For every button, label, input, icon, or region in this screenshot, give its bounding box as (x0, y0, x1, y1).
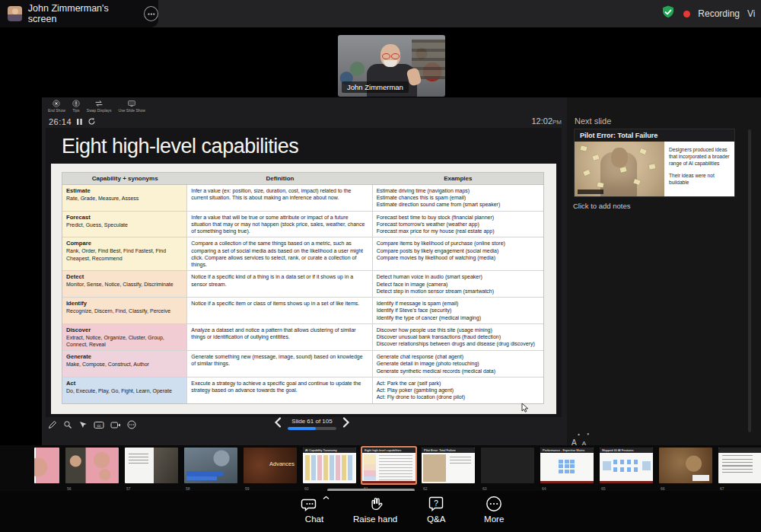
capability-name: Act (66, 380, 183, 387)
shared-screen-content: End Show Tips Swap Displays Use Slide Sh… (42, 97, 761, 445)
next-slide-label: Next slide (575, 116, 611, 126)
capability-examples: Forecast best time to buy stock (financi… (373, 212, 543, 237)
raise-hand-icon (368, 495, 383, 512)
capability-definition: Compare a collection of the same things … (187, 237, 372, 270)
next-slide-preview[interactable]: Pilot Error: Total Failure Designers pro… (575, 129, 734, 196)
table-header-row: Capability + synonyms Definition Example… (62, 173, 543, 185)
column-header: Definition (187, 173, 372, 184)
capability-definition: Infer a value (ex: position, size, durat… (187, 185, 372, 211)
capability-definition: Analyze a dataset and notice a pattern t… (187, 324, 372, 350)
end-show-button[interactable]: End Show (48, 100, 65, 113)
swap-displays-button[interactable]: Swap Displays (87, 100, 112, 113)
security-shield-icon[interactable] (661, 5, 676, 23)
previous-slide-button[interactable] (274, 417, 282, 431)
table-row: DetectMonitor, Sense, Notice, Classify, … (62, 271, 543, 298)
filmstrip-slide[interactable]: 63 (481, 448, 534, 491)
chat-button[interactable]: Chat (295, 495, 333, 524)
filmstrip: 56 57 58 Advances 59 AI Capability Taxon… (0, 445, 761, 491)
filmstrip-slide[interactable]: Performance - Expertise Matrix 64 (540, 448, 594, 491)
slide-body: Capability + synonyms Definition Example… (51, 164, 556, 414)
annotation-toolbar: cc (48, 420, 136, 429)
capability-name: Estimate (66, 187, 183, 195)
capability-name: Generate (66, 353, 183, 361)
slide-progress-bar[interactable] (288, 427, 336, 430)
qa-icon: ? (428, 495, 444, 512)
capability-synonyms: Predict, Guess, Speculate (66, 222, 128, 228)
more-icon (486, 495, 502, 512)
table-row: DiscoverExtract, Notice, Organize, Clust… (62, 324, 543, 351)
capability-synonyms: Extract, Notice, Organize, Cluster, Grou… (66, 335, 164, 347)
slide-thumbnail-title: Performance - Expertise Matrix (540, 448, 594, 453)
svg-text:cc: cc (97, 422, 102, 427)
meeting-top-bar: John Zimmerman's screen Recording Vi (0, 0, 761, 27)
capability-definition: Execute a strategy to achieve a specific… (187, 377, 372, 403)
capability-examples: Compare items by likelihood of purchase … (373, 237, 543, 270)
capability-table: Capability + synonyms Definition Example… (62, 172, 544, 404)
view-menu-button[interactable]: Vi (747, 8, 761, 19)
tips-button[interactable]: Tips (72, 100, 80, 113)
filmstrip-slide[interactable]: Pilot Error: Total Failure 62 (422, 448, 475, 491)
slide-navigation: Slide 61 of 105 (274, 417, 380, 431)
magnifier-icon[interactable] (63, 420, 72, 429)
current-slide: Eight high-level capabilities Capability… (46, 128, 562, 417)
laser-pointer-icon[interactable] (78, 420, 88, 429)
column-header: Examples (373, 173, 543, 184)
capability-synonyms: Recognize, Discern, Find, Classify, Perc… (66, 308, 170, 314)
capability-examples: Act: Park the car (self park) Act: Play … (373, 377, 543, 403)
notes-scrollbar[interactable] (748, 129, 751, 432)
meeting-toolbar: Chat Raise hand ? Q&A More (0, 491, 761, 532)
chat-icon (299, 495, 319, 512)
filmstrip-slide[interactable]: Mapped 40 AI Features 65 (600, 448, 653, 491)
participant-name-label: John Zimmerman (342, 81, 409, 93)
participant-video[interactable]: John Zimmerman (338, 35, 445, 97)
capability-synonyms: Do, Execute, Play, Go, Fight, Learn, Ope… (66, 388, 172, 393)
pen-icon[interactable] (48, 420, 57, 429)
recording-dot-icon (683, 11, 690, 18)
use-slide-show-button[interactable]: Use Slide Show (119, 100, 145, 113)
chat-menu-chevron-icon[interactable] (323, 495, 330, 500)
filmstrip-slide[interactable]: 67 (718, 448, 761, 491)
filmstrip-slide[interactable] (34, 448, 59, 491)
capability-synonyms: Make, Compose, Construct, Author (66, 362, 149, 367)
filmstrip-slide[interactable]: Eight high-level capabilities 61 (362, 448, 416, 491)
filmstrip-slide[interactable]: 56 (65, 448, 119, 491)
restart-timer-icon[interactable] (88, 115, 96, 129)
filmstrip-slide[interactable]: AI Capability Taxonomy 60 (303, 448, 356, 491)
slide-thumbnail-title: Pilot Error: Total Failure (422, 448, 475, 453)
slide-thumbnail-title: Eight high-level capabilities (362, 448, 416, 453)
camera-icon[interactable] (110, 421, 121, 429)
share-options-menu-button[interactable] (144, 6, 158, 21)
raise-hand-button[interactable]: Raise hand (353, 495, 397, 524)
qa-button[interactable]: ? Q&A (417, 495, 455, 524)
table-row: EstimateRate, Grade, Measure, Assess Inf… (62, 185, 543, 212)
slide-counter: Slide 61 of 105 (291, 418, 332, 425)
capability-examples: Generate chat response (chat agent) Gene… (373, 351, 543, 377)
screen-share-label: John Zimmerman's screen (28, 3, 133, 24)
speaker-notes-field[interactable]: Click to add notes (573, 202, 631, 210)
slide-thumbnail-title: Mapped 40 AI Features (600, 448, 653, 453)
capability-definition: Notice if a specific item or class of it… (187, 298, 372, 323)
capability-name: Detect (66, 273, 183, 281)
recording-status: Recording (698, 8, 740, 19)
filmstrip-slide[interactable]: 57 (125, 448, 178, 491)
more-tools-icon[interactable] (127, 420, 136, 429)
next-slide-button[interactable] (342, 417, 350, 431)
next-slide-panel: Next slide Pilot Error: Total Failure De… (567, 97, 761, 445)
screen-share-tab[interactable]: John Zimmerman's screen (0, 0, 158, 27)
capability-table-body: EstimateRate, Grade, Measure, Assess Inf… (62, 185, 543, 403)
capability-examples: Estimate driving time (navigation maps) … (373, 185, 543, 211)
pause-timer-icon[interactable] (76, 115, 83, 129)
slide-title: Eight high-level capabilities (62, 135, 298, 158)
closed-captions-icon[interactable]: cc (94, 421, 104, 429)
more-button[interactable]: More (475, 495, 513, 524)
presenter-controls: End Show Tips Swap Displays Use Slide Sh… (48, 100, 145, 113)
capability-examples: Identify if message is spam (email) Iden… (373, 298, 543, 323)
capability-name: Identify (66, 300, 183, 307)
capability-name: Discover (66, 327, 183, 334)
presentation-timer: 26:14 (49, 115, 96, 129)
mouse-cursor (521, 403, 529, 416)
column-header: Capability + synonyms (62, 173, 187, 184)
filmstrip-slide[interactable]: 58 (184, 448, 237, 491)
filmstrip-slide[interactable]: 66 (659, 448, 712, 491)
filmstrip-slide[interactable]: Advances 59 (244, 448, 297, 491)
